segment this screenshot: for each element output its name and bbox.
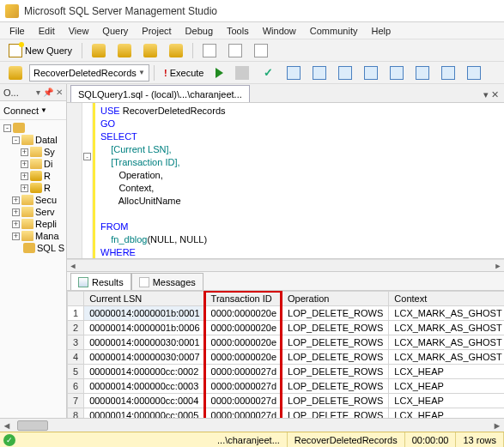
parse-button[interactable]: ✓ [256,63,280,82]
cell[interactable]: LCX_HEAP [389,379,504,394]
object-tree[interactable]: --Datal+Sy+Di+R+R+Secu+Serv+Repli+ManaSQ… [0,120,66,432]
results-file-button[interactable] [359,63,383,82]
new-query-button[interactable]: New Query [3,41,77,60]
toolbar-btn-a[interactable] [385,63,409,82]
tree-node[interactable]: +Mana [2,230,64,242]
table-row[interactable]: 400000014:00000030:00070000:0000020eLOP_… [68,350,505,365]
menu-query[interactable]: Query [96,24,134,38]
cell[interactable]: LOP_DELETE_ROWS [282,379,389,394]
column-header[interactable]: Current LSN [84,292,205,306]
scroll-right-icon[interactable]: ► [492,262,504,270]
cell[interactable]: LOP_DELETE_ROWS [282,350,389,365]
table-row[interactable]: 500000014:000000cc:00020000:0000027dLOP_… [68,365,505,379]
cell[interactable]: LCX_MARK_AS_GHOST [389,321,504,335]
database-combo[interactable]: RecoverDeletedRecords ▼ [29,64,149,82]
collapse-toggle[interactable]: - [83,153,91,160]
column-header[interactable]: Operation [282,292,389,306]
save-button[interactable] [223,41,247,60]
cell[interactable]: LOP_DELETE_ROWS [282,306,389,321]
cell[interactable]: 00000014:00000030:0001 [84,335,205,350]
chevron-down-icon[interactable]: ▼ [40,106,47,114]
cell[interactable]: LCX_MARK_AS_GHOST [389,335,504,350]
cell[interactable]: 4 [68,350,84,365]
execute-button[interactable]: ! Execute [159,63,209,82]
menu-project[interactable]: Project [136,24,177,38]
cell[interactable]: LOP_DELETE_ROWS [282,321,389,335]
toolbar-btn-2[interactable] [112,41,137,60]
tree-node[interactable]: +Di [2,158,64,170]
tree-node[interactable]: +R [2,182,64,194]
toolbar-btn-group[interactable] [3,63,27,82]
cell[interactable]: LOP_DELETE_ROWS [282,335,389,350]
cell[interactable]: 00000014:000000cc:0002 [84,365,205,379]
breakpoint-gutter[interactable] [67,103,82,258]
toolbar-btn-3[interactable] [138,41,162,60]
cell[interactable]: 00000014:0000001b:0001 [84,306,205,321]
menu-community[interactable]: Community [304,24,364,38]
window-hscrollbar[interactable]: ◄ ► [0,418,504,432]
cell[interactable]: 7 [68,394,84,408]
cell[interactable]: 6 [68,379,84,394]
table-row[interactable]: 300000014:00000030:00010000:0000020eLOP_… [68,335,505,350]
tab-results[interactable]: Results [70,273,131,290]
menu-edit[interactable]: Edit [33,24,61,38]
expand-toggle[interactable]: + [21,160,28,168]
cell[interactable]: 2 [68,321,84,335]
toolbar-btn-4[interactable] [164,41,188,60]
cell[interactable]: LCX_HEAP [389,394,504,408]
menu-help[interactable]: Help [365,24,397,38]
cell[interactable]: 0000:0000020e [205,321,282,335]
cell[interactable]: LOP_DELETE_ROWS [282,365,389,379]
tree-node[interactable]: +Serv [2,206,64,218]
table-row[interactable]: 100000014:0000001b:00010000:0000020eLOP_… [68,306,505,321]
scroll-right-icon[interactable]: ► [490,420,504,431]
cell[interactable]: LCX_HEAP [389,365,504,379]
tree-node[interactable]: +Sy [2,146,64,158]
results-grid-button[interactable] [333,63,357,82]
menu-debug[interactable]: Debug [179,24,219,38]
menu-tools[interactable]: Tools [221,24,255,38]
cell[interactable]: 0000:0000027d [205,394,282,408]
cell[interactable]: 3 [68,335,84,350]
expand-toggle[interactable]: + [12,196,20,204]
sql-editor[interactable]: USE RecoverDeletedRecords GO SELECT [Cur… [93,103,504,258]
cell[interactable]: 0000:0000027d [205,379,282,394]
saveall-button[interactable] [249,41,273,60]
connect-button[interactable]: Connect [3,106,39,116]
cell[interactable]: 00000014:000000cc:0003 [84,379,205,394]
expand-toggle[interactable]: + [12,208,20,216]
open-button[interactable] [197,41,222,60]
toolbar-btn-1[interactable] [87,41,111,60]
expand-toggle[interactable]: + [12,220,20,228]
debug-button[interactable] [210,63,228,82]
toolbar-btn-c[interactable] [436,63,460,82]
column-header[interactable]: Context [389,292,504,306]
expand-toggle[interactable]: - [3,124,11,132]
pin-icon[interactable]: ▾ 📌 ✕ [36,88,63,97]
cell[interactable]: 1 [68,306,84,321]
table-row[interactable]: 700000014:000000cc:00040000:0000027dLOP_… [68,394,505,408]
table-row[interactable]: 600000014:000000cc:00030000:0000027dLOP_… [68,379,505,394]
cell[interactable]: 0000:0000020e [205,306,282,321]
tab-overflow[interactable]: ▾ ✕ [478,88,504,102]
cell[interactable]: 00000014:00000030:0007 [84,350,205,365]
tree-node[interactable]: - [2,122,64,134]
cell[interactable]: 0000:0000027d [205,365,282,379]
cell[interactable]: 00000014:0000001b:0006 [84,321,205,335]
cell[interactable]: 00000014:000000cc:0004 [84,394,205,408]
cell[interactable]: LCX_MARK_AS_GHOST [389,350,504,365]
results-text-button[interactable] [307,63,331,82]
menu-view[interactable]: View [63,24,95,38]
expand-toggle[interactable]: + [21,184,28,192]
menu-file[interactable]: File [3,24,31,38]
tree-node[interactable]: +Secu [2,194,64,206]
toolbar-btn-b[interactable] [410,63,434,82]
tab-sqlquery1[interactable]: SQLQuery1.sql - (local)\...\charanjeet..… [70,85,250,102]
expand-toggle[interactable]: + [12,233,20,240]
editor-hscrollbar[interactable]: ◄ ► [67,259,504,271]
expand-toggle[interactable]: - [12,136,20,144]
tree-node[interactable]: -Datal [2,134,64,146]
stop-button[interactable] [230,63,254,82]
cell[interactable]: LCX_MARK_AS_GHOST [389,306,504,321]
code-outline[interactable]: - [82,103,93,258]
